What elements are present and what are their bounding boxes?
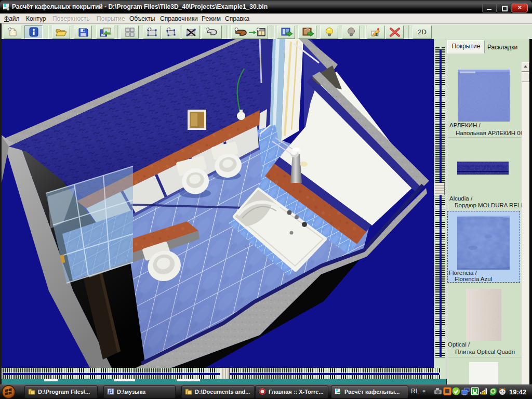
svg-text:S: S [375, 32, 378, 37]
